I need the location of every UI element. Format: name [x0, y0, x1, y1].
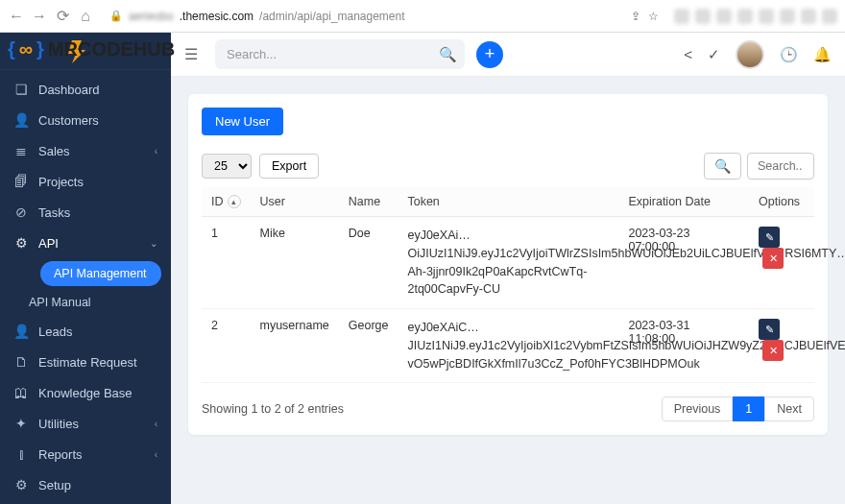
cell-name: Doe — [339, 217, 398, 309]
topbar: ☰ 🔍 + < ✓ 🕒 🔔 — [171, 33, 845, 77]
extension-icon[interactable] — [822, 9, 837, 24]
cell-options: ✎✕ — [749, 217, 814, 309]
sidebar: ❏Dashboard👤Customers≣Sales‹🗐Projects⊘Tas… — [0, 33, 171, 504]
bell-icon[interactable]: 🔔 — [813, 46, 832, 63]
cell-user: myusername — [251, 309, 339, 383]
forward-icon[interactable]: → — [31, 8, 48, 25]
sidebar-item-label: API — [38, 236, 59, 251]
edit-button[interactable]: ✎ — [759, 227, 780, 248]
url-path: /admin/api/api_management — [259, 10, 404, 23]
watermark-text: MRCODEHUB — [48, 38, 175, 60]
speed-icon: ❏ — [13, 82, 29, 97]
chevron-down-icon: ⌄ — [150, 238, 157, 249]
sidebar-item-label: Leads — [38, 324, 72, 339]
search-input[interactable] — [215, 39, 465, 69]
sidebar-item-label: Reports — [38, 447, 83, 462]
cog-icon: ⚙ — [13, 477, 29, 492]
sidebar-item-tasks[interactable]: ⊘Tasks — [0, 197, 171, 228]
pagination: Previous 1 Next — [662, 396, 814, 421]
table-search-input[interactable] — [747, 153, 814, 180]
prev-button[interactable]: Previous — [662, 396, 734, 421]
col-options: Options — [749, 187, 814, 217]
sidebar-item-dashboard[interactable]: ❏Dashboard — [0, 74, 171, 105]
col-token[interactable]: Token — [398, 187, 618, 217]
edit-button[interactable]: ✎ — [759, 319, 780, 340]
showing-text: Showing 1 to 2 of 2 entries — [202, 402, 344, 416]
menu-toggle-icon[interactable]: ☰ — [184, 45, 204, 63]
sidebar-item-label: Estimate Request — [38, 355, 137, 370]
back-icon[interactable]: ← — [8, 8, 25, 25]
star-icon[interactable]: ☆ — [648, 10, 659, 23]
sidebar-item-knowledge-base[interactable]: 🕮Knowledge Base — [0, 377, 171, 408]
sidebar-item-leads[interactable]: 👤Leads — [0, 316, 171, 347]
url-actions: ⇪ ☆ — [631, 10, 659, 23]
extension-icon[interactable] — [695, 9, 711, 24]
new-user-button[interactable]: New User — [202, 108, 283, 135]
add-button[interactable]: + — [476, 41, 503, 68]
delete-button[interactable]: ✕ — [762, 248, 784, 269]
sidebar-item-setup[interactable]: ⚙Setup — [0, 469, 171, 500]
book-icon: 🕮 — [13, 385, 29, 400]
sidebar-item-customers[interactable]: 👤Customers — [0, 105, 171, 135]
copy-icon: 🗐 — [13, 174, 29, 189]
next-button[interactable]: Next — [764, 396, 814, 421]
cell-id: 2 — [202, 309, 251, 383]
submenu-api-manual[interactable]: API Manual — [15, 289, 171, 316]
chevron-right-icon: ‹ — [155, 146, 157, 156]
content-area: ☰ 🔍 + < ✓ 🕒 🔔 New User 25 — [171, 33, 845, 504]
chart-icon: ⫿ — [13, 446, 29, 462]
submenu-api-management[interactable]: API Management — [40, 261, 161, 286]
extension-icon[interactable] — [737, 9, 753, 24]
sidebar-item-label: Dashboard — [38, 83, 100, 97]
table-controls: 25 Export 🔍 — [202, 153, 814, 180]
reload-icon[interactable]: ⟳ — [54, 8, 71, 25]
sidebar-item-label: Customers — [38, 113, 99, 128]
sidebar-item-label: Tasks — [38, 205, 70, 220]
sidebar-item-sales[interactable]: ≣Sales‹ — [0, 135, 171, 166]
col-name[interactable]: Name — [339, 187, 398, 217]
clock-icon[interactable]: 🕒 — [780, 46, 798, 63]
topbar-right: < ✓ 🕒 🔔 — [684, 40, 832, 69]
sidebar-item-api[interactable]: ⚙API⌄ — [0, 228, 171, 258]
share-icon[interactable]: < — [684, 46, 692, 62]
extension-icon[interactable] — [780, 9, 795, 24]
home-icon[interactable]: ⌂ — [77, 8, 94, 25]
extension-icon[interactable] — [716, 9, 732, 24]
col-user[interactable]: User — [251, 187, 339, 217]
col-exp[interactable]: Expiration Date — [618, 187, 749, 217]
cell-user: Mike — [251, 217, 339, 309]
site-watermark: {∞} MRCODEHUB — [8, 38, 175, 60]
share-url-icon[interactable]: ⇪ — [631, 10, 640, 23]
table-search-icon[interactable]: 🔍 — [704, 153, 741, 180]
global-search: 🔍 — [215, 39, 465, 69]
gear-icon: ⚙ — [13, 235, 29, 251]
extension-icon[interactable] — [674, 9, 689, 24]
user-icon: 👤 — [13, 324, 29, 339]
avatar[interactable] — [736, 40, 764, 69]
table-row: 1 Mike Doe eyJ0eXAi…OiJIUzI1NiJ9.eyJ1c2V… — [202, 217, 814, 309]
col-id[interactable]: ID▴ — [202, 187, 251, 217]
url-host: .themesic.com — [180, 10, 254, 23]
extension-icon[interactable] — [801, 9, 816, 24]
page-size-select[interactable]: 25 — [202, 154, 252, 179]
url-host-blur: aerieobo — [129, 10, 174, 23]
url-bar[interactable]: 🔒 aerieobo .themesic.com /admin/api/api_… — [100, 8, 668, 25]
search-icon[interactable]: 🔍 — [439, 46, 457, 63]
extension-icon[interactable] — [759, 9, 774, 24]
export-button[interactable]: Export — [259, 154, 319, 179]
cell-token: eyJ0eXAi…OiJIUzI1NiJ9.eyJ1c2VyIjoiTWlrZS… — [398, 217, 618, 309]
sidebar-item-estimate-request[interactable]: 🗋Estimate Request — [0, 347, 171, 377]
sidebar-item-reports[interactable]: ⫿Reports‹ — [0, 439, 171, 469]
check-icon: ⊘ — [13, 204, 29, 220]
lock-icon: 🔒 — [109, 10, 123, 22]
delete-button[interactable]: ✕ — [762, 340, 784, 361]
check-icon[interactable]: ✓ — [708, 46, 720, 63]
cell-exp: 2023-03-23 07:00:00 — [618, 217, 749, 309]
sidebar-item-utilities[interactable]: ✦Utilities‹ — [0, 408, 171, 439]
page-number-button[interactable]: 1 — [733, 396, 764, 421]
sidebar-item-label: Projects — [38, 175, 84, 189]
cell-token: eyJ0eXAiC…JIUzI1NiJ9.eyJ1c2VyIjoibXl1c2V… — [398, 309, 618, 383]
sidebar-item-projects[interactable]: 🗐Projects — [0, 166, 171, 197]
doc-icon: 🗋 — [13, 354, 29, 370]
cell-id: 1 — [202, 217, 251, 309]
